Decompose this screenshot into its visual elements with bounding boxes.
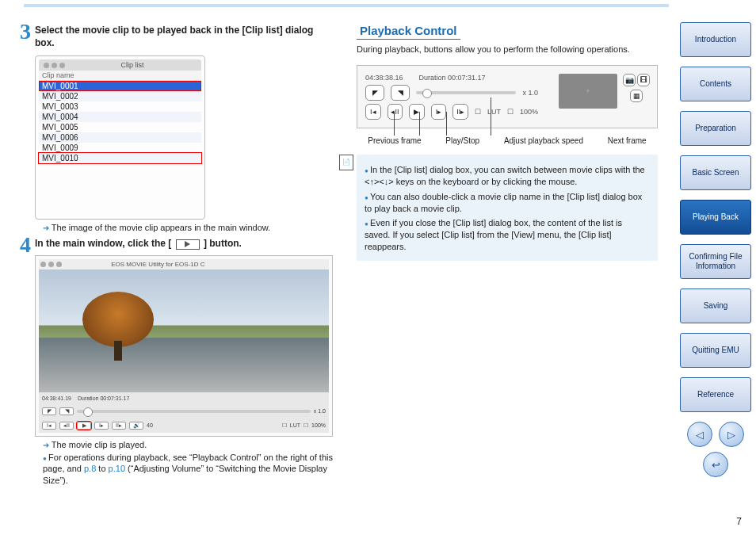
- nav-quitting-emu[interactable]: Quitting EMU: [680, 333, 751, 368]
- step-number-3: 3: [20, 19, 31, 44]
- go-start-button[interactable]: I◂: [42, 422, 56, 430]
- nav-introduction[interactable]: Introduction: [680, 22, 751, 57]
- page-number: 7: [736, 516, 742, 527]
- next-page-button[interactable]: ▷: [719, 422, 744, 447]
- player-controls-row2: ◤ ◥ x 1.0: [39, 404, 329, 418]
- callout-right-controls: 📷 🎞 ▦: [622, 74, 651, 102]
- step-3: 3 Select the movie clip to be played bac…: [24, 24, 333, 232]
- note-item: You can also double-click a movie clip n…: [365, 191, 650, 215]
- next-frame-button[interactable]: I▸: [94, 422, 109, 430]
- step-4-note-1: The movie clip is played.: [43, 440, 333, 449]
- link-p10[interactable]: p.10: [109, 464, 125, 473]
- filmstrip-button[interactable]: 🎞: [637, 74, 650, 86]
- top-rule: [24, 4, 669, 7]
- main-window-player: EOS MOVIE Utility for EOS-1D C 04:38:41.…: [35, 255, 333, 437]
- right-column: Playback Control During playback, button…: [357, 8, 658, 488]
- label-prev-frame: Previous frame: [368, 136, 421, 145]
- step-fwd-button[interactable]: II▸: [452, 104, 468, 120]
- prev-frame-button[interactable]: ◂II: [388, 104, 403, 120]
- clip-row[interactable]: MVI_0006: [39, 132, 201, 143]
- play-stop-button[interactable]: ▶: [409, 104, 425, 120]
- callout-labels: Previous frame Play/Stop Adjust playback…: [357, 136, 658, 145]
- timecode: 04:38:38.16: [365, 74, 403, 82]
- step-3-note: The image of the movie clip appears in t…: [43, 223, 333, 232]
- clip-row[interactable]: MVI_0004: [39, 112, 201, 122]
- nav-confirming-file-information[interactable]: Confirming File Information: [680, 244, 751, 279]
- prev-frame-button[interactable]: ◂II: [59, 422, 74, 430]
- clip-row[interactable]: MVI_0002: [39, 91, 201, 101]
- play-icon: [176, 239, 200, 250]
- callout-buttons-row: I◂ ◂II ▶ I▸ II▸ ☐ LUT ☐ 100%: [365, 104, 538, 120]
- mark-in-button[interactable]: ◤: [365, 85, 384, 101]
- prev-page-button[interactable]: ◁: [687, 422, 712, 447]
- label-play-stop: Play/Stop: [445, 136, 479, 145]
- step-4: 4 In the main window, click the [ ] butt…: [24, 237, 333, 487]
- link-p8[interactable]: p.8: [84, 464, 96, 473]
- zoom-checkbox[interactable]: ☐: [304, 422, 308, 429]
- zoom-checkbox[interactable]: ☐: [507, 108, 514, 116]
- seek-slider[interactable]: [77, 410, 311, 413]
- mark-out-button[interactable]: ◥: [59, 407, 74, 415]
- go-start-button[interactable]: I◂: [365, 104, 381, 120]
- clip-list-rows: MVI_0001 MVI_0002 MVI_0003 MVI_0004 MVI_…: [39, 80, 201, 216]
- speed-label: x 1.0: [314, 408, 326, 414]
- nav-saving[interactable]: Saving: [680, 289, 751, 323]
- lut-label: LUT: [290, 422, 300, 428]
- lut-checkbox[interactable]: ☐: [282, 422, 287, 429]
- note-item: In the [Clip list] dialog box, you can s…: [365, 164, 650, 188]
- play-stop-button[interactable]: ▶: [77, 422, 91, 430]
- section-heading: Playback Control: [357, 22, 460, 40]
- window-traffic-lights: [40, 262, 62, 267]
- tree-illustration: [82, 292, 154, 347]
- lut-checkbox[interactable]: ☐: [475, 108, 481, 116]
- next-frame-button[interactable]: I▸: [431, 104, 447, 120]
- label-speed: Adjust playback speed: [504, 136, 583, 145]
- player-titlebar: EOS MOVIE Utility for EOS-1D C: [39, 259, 329, 269]
- step-4-title: In the main window, click the [ ] button…: [35, 237, 333, 250]
- lut-label: LUT: [487, 108, 501, 116]
- nav-playing-back[interactable]: Playing Back: [680, 200, 751, 235]
- clip-list-title: Clip list: [120, 61, 143, 69]
- layers-button[interactable]: ▦: [630, 90, 643, 102]
- note-icon: 📄: [339, 155, 353, 170]
- clip-row[interactable]: MVI_0010: [39, 153, 201, 163]
- capture-button[interactable]: 📷: [623, 74, 636, 86]
- zoom-label: 100%: [520, 108, 538, 116]
- step-number-4: 4: [20, 232, 31, 258]
- duration: Duration 00:07:31.17: [419, 74, 486, 82]
- nav-contents[interactable]: Contents: [680, 67, 751, 101]
- step-3-title: Select the movie clip to be played back …: [35, 24, 333, 49]
- clip-row[interactable]: MVI_0001: [39, 81, 201, 91]
- nav-reference[interactable]: Reference: [680, 377, 751, 412]
- return-button[interactable]: ↩: [703, 452, 728, 477]
- player-controls-row3: I◂ ◂II ▶ I▸ II▸ 🔊 40 ☐ LUT ☐ 100%: [39, 418, 329, 433]
- duration: Duration 00:07:31.17: [78, 396, 129, 401]
- mark-in-button[interactable]: ◤: [42, 407, 56, 415]
- volume-value: 40: [147, 422, 153, 428]
- playback-control-callout: 04:38:38.16 Duration 00:07:31.17 ◤ ◥ x 1…: [357, 65, 658, 128]
- zoom-label: 100%: [311, 422, 326, 428]
- section-subtitle: During playback, buttons allow you to pe…: [357, 44, 658, 54]
- speed-slider[interactable]: [416, 91, 516, 94]
- timecode: 04:38:41.19: [42, 396, 71, 401]
- clip-row[interactable]: MVI_0005: [39, 122, 201, 132]
- label-next-frame: Next frame: [608, 136, 647, 145]
- mark-out-button[interactable]: ◥: [391, 85, 410, 101]
- clip-list-titlebar: Clip list: [39, 59, 201, 71]
- clip-row[interactable]: MVI_0003: [39, 101, 201, 112]
- nav-preparation[interactable]: Preparation: [680, 111, 751, 146]
- clip-row[interactable]: MVI_0009: [39, 143, 201, 153]
- note-item: Even if you close the [Clip list] dialog…: [365, 217, 650, 253]
- speed-label: x 1.0: [522, 89, 538, 97]
- step-4-note-2: For operations during playback, see “Pla…: [43, 452, 333, 487]
- nav-arrows: ◁ ▷: [680, 422, 751, 447]
- callout-slider-row: ◤ ◥ x 1.0: [365, 85, 538, 101]
- window-traffic-lights: [44, 63, 65, 68]
- clip-list-dialog: Clip list Clip name MVI_0001 MVI_0002 MV…: [35, 55, 205, 220]
- sidebar-nav: Introduction Contents Preparation Basic …: [680, 22, 751, 477]
- video-canvas: [39, 269, 329, 392]
- step-fwd-button[interactable]: II▸: [112, 422, 126, 430]
- tree-trunk: [114, 341, 122, 361]
- volume-button[interactable]: 🔊: [129, 422, 143, 430]
- nav-basic-screen[interactable]: Basic Screen: [680, 155, 751, 190]
